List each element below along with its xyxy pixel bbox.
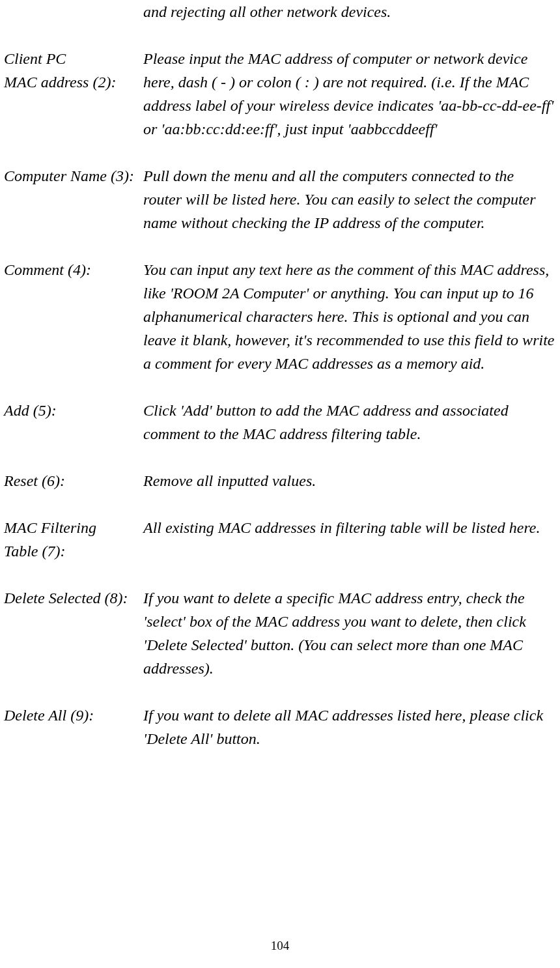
entry-client-pc-mac: Client PC MAC address (2): Please input … xyxy=(4,47,556,141)
entry-description: If you want to delete all MAC addresses … xyxy=(143,704,556,750)
entry-description: If you want to delete a specific MAC add… xyxy=(143,586,556,680)
entry-delete-all: Delete All (9): If you want to delete al… xyxy=(4,704,556,750)
entry-reset: Reset (6): Remove all inputted values. xyxy=(4,469,556,492)
entry-computer-name: Computer Name (3): Pull down the menu an… xyxy=(4,164,556,235)
label-line-1: Add (5): xyxy=(4,399,143,422)
entry-label: MAC Filtering Table (7): xyxy=(4,516,143,563)
entry-mac-filtering-table: MAC Filtering Table (7): All existing MA… xyxy=(4,516,556,563)
entry-label: Reset (6): xyxy=(4,469,143,492)
label-line-1: Client PC xyxy=(4,47,143,70)
entry-label: Comment (4): xyxy=(4,258,143,375)
label-line-1: Delete All (9): xyxy=(4,704,143,727)
label-line-1: Reset (6): xyxy=(4,469,143,492)
label-line-2: Table (7): xyxy=(4,539,143,563)
document-content: and rejecting all other network devices.… xyxy=(4,0,556,774)
page-number: 104 xyxy=(0,937,560,956)
entry-label: Delete Selected (8): xyxy=(4,586,143,680)
entry-comment: Comment (4): You can input any text here… xyxy=(4,258,556,375)
entry-add: Add (5): Click 'Add' button to add the M… xyxy=(4,399,556,446)
label-line-1: MAC Filtering xyxy=(4,516,143,539)
label-line-2: MAC address (2): xyxy=(4,70,143,94)
entry-label: Add (5): xyxy=(4,399,143,446)
entry-label: Client PC MAC address (2): xyxy=(4,47,143,141)
entry-description: Please input the MAC address of computer… xyxy=(143,47,556,141)
entry-delete-selected: Delete Selected (8): If you want to dele… xyxy=(4,586,556,680)
intro-text: and rejecting all other network devices. xyxy=(143,0,556,23)
label-line-1: Delete Selected (8): xyxy=(4,586,143,610)
entry-description: Click 'Add' button to add the MAC addres… xyxy=(143,399,556,446)
entry-description: All existing MAC addresses in filtering … xyxy=(143,516,556,563)
entry-description: Remove all inputted values. xyxy=(143,469,556,492)
label-line-1: Comment (4): xyxy=(4,258,143,281)
entry-description: Pull down the menu and all the computers… xyxy=(143,164,556,235)
entry-label: Computer Name (3): xyxy=(4,164,143,235)
label-line-1: Computer Name (3): xyxy=(4,164,143,188)
entry-description: You can input any text here as the comme… xyxy=(143,258,556,375)
entry-label: Delete All (9): xyxy=(4,704,143,750)
